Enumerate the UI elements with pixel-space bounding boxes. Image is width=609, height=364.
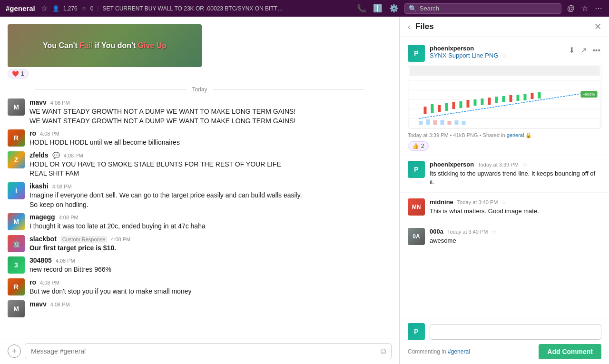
username[interactable]: 304805 bbox=[29, 256, 52, 264]
member-count: 1,276 bbox=[63, 5, 78, 12]
star-icon[interactable]: ☆ bbox=[580, 3, 589, 14]
comment-username[interactable]: midnine bbox=[430, 198, 453, 206]
comment-username[interactable]: phoenixperson bbox=[430, 161, 474, 168]
svg-rect-18 bbox=[495, 97, 498, 103]
username[interactable]: ro bbox=[29, 129, 36, 137]
settings-icon[interactable]: ⚙️ bbox=[388, 3, 400, 14]
at-icon[interactable]: @ bbox=[566, 3, 576, 14]
comment-username[interactable]: 000a bbox=[430, 228, 443, 235]
timestamp: 4:08 PM bbox=[111, 236, 130, 242]
svg-rect-11 bbox=[445, 103, 448, 111]
message-content: ro 4:08 PM But we don't stop you if you … bbox=[29, 278, 392, 296]
avatar: Z bbox=[8, 151, 25, 168]
chart-image: +966% bbox=[408, 66, 601, 128]
username[interactable]: magegg bbox=[29, 213, 55, 221]
message-text: new record on Bittres 966% bbox=[29, 265, 392, 275]
username[interactable]: ro bbox=[29, 278, 36, 286]
svg-rect-16 bbox=[481, 98, 484, 105]
comment-star-btn[interactable]: ☆ bbox=[492, 229, 497, 235]
message-row: R ro 4:08 PM But we don't stop you if yo… bbox=[0, 276, 399, 298]
file-meta: phoenixperson SYNX Support Line.PNG ☆ bbox=[430, 45, 563, 59]
download-btn[interactable]: ⬇ bbox=[568, 45, 576, 56]
message-row: 🤖 slackbot Custom Response 4:08 PM Our f… bbox=[0, 233, 399, 255]
commenting-in-label: Commenting in #general bbox=[408, 348, 470, 355]
comment-input[interactable] bbox=[430, 324, 601, 340]
file-name[interactable]: SYNX Support Line.PNG bbox=[430, 52, 499, 59]
comment-time: Today at 3:40 PM bbox=[457, 199, 498, 205]
more-actions-btn[interactable]: ••• bbox=[591, 45, 601, 56]
avatar: R bbox=[8, 129, 25, 147]
file-item: P phoenixperson SYNX Support Line.PNG ☆ … bbox=[400, 37, 609, 155]
svg-rect-31 bbox=[462, 121, 466, 125]
add-message-btn[interactable]: + bbox=[8, 344, 21, 358]
timestamp: 4:08 PM bbox=[40, 280, 59, 285]
svg-rect-12 bbox=[452, 102, 455, 109]
comment-item: 0A 000a Today at 3:40 PM ☆ awesome bbox=[400, 222, 609, 251]
phone-icon[interactable]: 📞 bbox=[356, 3, 367, 14]
message-row: I ikashi 4:08 PM Imagine if everyone don… bbox=[0, 180, 399, 211]
star-count: 0 bbox=[90, 5, 94, 12]
message-text: I thought it was too late at 20c, ended … bbox=[29, 222, 392, 231]
file-star-btn[interactable]: ☆ bbox=[501, 52, 507, 59]
channel-topic-separator: | bbox=[97, 5, 98, 12]
username[interactable]: slackbot bbox=[29, 235, 57, 243]
timestamp: 4:08 PM bbox=[59, 215, 79, 220]
channel-topic: SET CURRENT BUY WALL TO 23K OR .00023 BT… bbox=[103, 5, 284, 12]
shared-separator: • Shared in bbox=[480, 132, 507, 138]
shared-channel-link[interactable]: general bbox=[507, 132, 524, 138]
svg-rect-15 bbox=[474, 99, 477, 106]
avatar: M bbox=[8, 98, 25, 116]
thumbs-emoji: 👍 bbox=[412, 143, 419, 149]
commenting-in-channel-link[interactable]: #general bbox=[448, 348, 470, 355]
comment-bottom-row: Commenting in #general Add Comment bbox=[408, 344, 601, 359]
comment-header: 000a Today at 3:40 PM ☆ bbox=[430, 228, 601, 235]
timestamp: 4:08 PM bbox=[52, 184, 72, 189]
search-input[interactable] bbox=[420, 5, 557, 12]
channel-name[interactable]: #general bbox=[6, 4, 35, 12]
message-header: ikashi 4:08 PM bbox=[29, 182, 392, 190]
comment-text: This is what matters. Good image mate. bbox=[430, 207, 601, 216]
file-reaction[interactable]: 👍 2 bbox=[408, 141, 429, 151]
comment-avatar: P bbox=[408, 161, 425, 178]
star-channel-btn[interactable]: ☆ bbox=[40, 3, 49, 14]
comment-item: P phoenixperson Today at 3:39 PM ☆ Its s… bbox=[400, 155, 609, 193]
star-count-icon: ☆ bbox=[81, 5, 87, 12]
heart-count: 1 bbox=[21, 70, 24, 77]
info-icon[interactable]: ℹ️ bbox=[372, 3, 383, 14]
back-btn[interactable]: ‹ bbox=[408, 22, 411, 32]
timestamp: 4:08 PM bbox=[50, 302, 70, 307]
comment-star-btn[interactable]: ☆ bbox=[522, 162, 527, 168]
chat-input[interactable] bbox=[25, 343, 392, 359]
file-preview: +966% bbox=[408, 66, 601, 128]
username[interactable]: ikashi bbox=[29, 182, 49, 190]
svg-rect-13 bbox=[460, 101, 462, 108]
timestamp: 4:08 PM bbox=[50, 100, 70, 106]
more-icon[interactable]: ⋯ bbox=[594, 3, 603, 14]
svg-rect-22 bbox=[524, 94, 527, 100]
reaction-count: 2 bbox=[421, 143, 424, 149]
message-header: mavv 4:08 PM bbox=[29, 98, 392, 106]
file-item-header: P phoenixperson SYNX Support Line.PNG ☆ … bbox=[408, 45, 601, 62]
message-row: Z zfelds 💬 4:08 PM HODL OR YOU HAVE TO S… bbox=[0, 149, 399, 180]
svg-rect-27 bbox=[433, 120, 437, 125]
svg-rect-28 bbox=[441, 120, 444, 125]
lock-icon: 🔒 bbox=[525, 132, 532, 138]
close-btn[interactable]: ✕ bbox=[594, 21, 601, 32]
file-separator: • bbox=[450, 132, 453, 138]
username[interactable]: mavv bbox=[29, 98, 47, 106]
external-link-btn[interactable]: ↗ bbox=[580, 45, 588, 56]
heart-reaction[interactable]: ❤️ 1 bbox=[8, 69, 29, 79]
username[interactable]: mavv bbox=[29, 300, 47, 308]
commenting-in-text: Commenting in bbox=[408, 348, 448, 355]
comment-star-btn[interactable]: ☆ bbox=[501, 199, 506, 206]
message-text: Imagine if everyone don't sell. We can g… bbox=[29, 191, 392, 200]
svg-rect-30 bbox=[455, 120, 459, 125]
message-row: M magegg 4:08 PM I thought it was too la… bbox=[0, 211, 399, 233]
username[interactable]: zfelds bbox=[29, 151, 49, 159]
emoji-btn[interactable]: ☺ bbox=[379, 346, 388, 356]
avatar: 🤖 bbox=[8, 235, 25, 252]
add-comment-btn[interactable]: Add Comment bbox=[539, 344, 601, 359]
files-header: ‹ Files ✕ bbox=[400, 17, 609, 37]
current-user-avatar: P bbox=[408, 323, 425, 340]
file-timestamp: Today at 3:39 PM bbox=[408, 132, 449, 138]
